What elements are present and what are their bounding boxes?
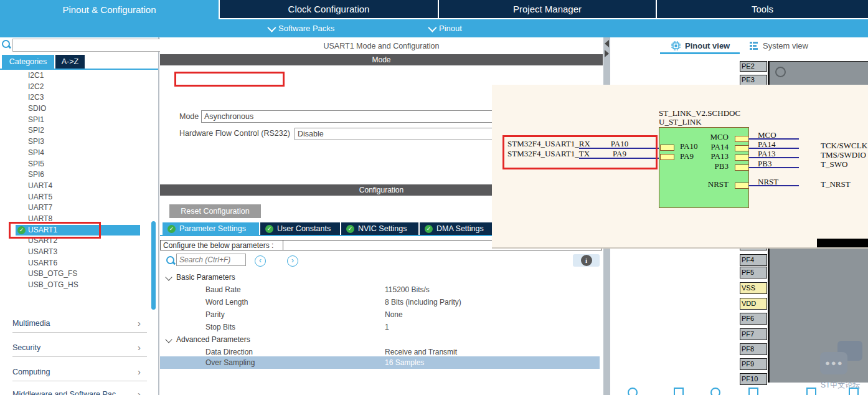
- list-item[interactable]: USART3: [0, 247, 158, 258]
- category-label: Multimedia: [12, 319, 50, 328]
- pin-pf4[interactable]: PF4: [740, 254, 767, 266]
- list-item[interactable]: USART2: [0, 236, 158, 247]
- param-label: Word Length: [205, 296, 248, 308]
- system-view-icon: [749, 41, 758, 50]
- list-item[interactable]: I2C2: [0, 82, 158, 93]
- sidebar-scrollbar[interactable]: [151, 221, 156, 310]
- param-label: Baud Rate: [205, 283, 241, 296]
- collapse-right-icon[interactable]: [605, 50, 609, 57]
- active-tab-underline: [660, 52, 740, 54]
- list-item[interactable]: SPI2: [0, 125, 158, 136]
- chevron-right-icon: ›: [138, 342, 141, 353]
- tab-pinout-configuration[interactable]: Pinout & Configuration: [0, 0, 219, 19]
- tab-dma-settings[interactable]: ✓ DMA Settings: [420, 222, 502, 235]
- pin-pf8[interactable]: PF8: [740, 343, 767, 355]
- pin-vss[interactable]: VSS: [740, 282, 767, 294]
- list-item[interactable]: UART5: [0, 192, 158, 203]
- list-item[interactable]: SPI5: [0, 159, 158, 170]
- info-button[interactable]: i: [573, 254, 600, 267]
- list-item[interactable]: I2C3: [0, 92, 158, 103]
- parameter-row-baud-rate[interactable]: Baud Rate 115200 Bits/s: [160, 283, 600, 296]
- sub-nav: Software Packs Pinout: [0, 19, 868, 37]
- pin-pe2[interactable]: PE2: [740, 61, 767, 72]
- list-item-usart1-selected[interactable]: ✓ USART1: [16, 225, 140, 236]
- chip-pin: [735, 145, 749, 151]
- parameter-row-word-length[interactable]: Word Length 8 Bits (including Parity): [160, 296, 600, 308]
- list-item[interactable]: UART8: [0, 214, 158, 225]
- parameter-group-basic[interactable]: Basic Parameters: [160, 271, 600, 283]
- pin-pf9[interactable]: PF9: [740, 358, 767, 370]
- mode-dropdown-value: Asynchronous: [204, 112, 253, 121]
- tab-user-constants[interactable]: ✓ User Constants: [260, 222, 340, 235]
- param-value[interactable]: 8 Bits (including Parity): [385, 296, 461, 308]
- list-item[interactable]: UART4: [0, 181, 158, 192]
- tab-label: Tools: [752, 4, 773, 14]
- stm32cubemx-window: Pinout & Configuration Clock Configurati…: [0, 0, 868, 395]
- tab-categories[interactable]: Categories: [2, 55, 54, 69]
- list-item[interactable]: USB_OTG_HS: [0, 280, 158, 291]
- parameter-group-advanced[interactable]: Advanced Parameters: [160, 333, 600, 346]
- next-match-button[interactable]: ›: [287, 255, 298, 267]
- chip-pin: [735, 155, 749, 161]
- pin-vdd[interactable]: VDD: [740, 298, 767, 310]
- software-packs-menu[interactable]: Software Packs: [268, 19, 334, 37]
- tab-label: Clock Configuration: [288, 4, 370, 14]
- param-value[interactable]: 1: [385, 321, 389, 333]
- chip-pin-label-mco: MCO: [691, 132, 729, 142]
- black-bar: [817, 239, 868, 247]
- list-item[interactable]: I2C1: [0, 70, 158, 82]
- list-item[interactable]: SPI3: [0, 136, 158, 148]
- list-item[interactable]: USB_OTG_FS: [0, 269, 158, 280]
- sidebar-search-input[interactable]: [12, 39, 164, 52]
- parameter-row-parity[interactable]: Parity None: [160, 308, 600, 321]
- sidebar-item-multimedia[interactable]: Multimedia ›: [12, 319, 147, 329]
- reset-configuration-button[interactable]: Reset Configuration: [169, 204, 261, 218]
- tab-a-to-z[interactable]: A->Z: [55, 55, 85, 69]
- list-item[interactable]: UART7: [0, 202, 158, 214]
- page-toolbar-icon[interactable]: [748, 388, 758, 395]
- pin-pe3[interactable]: PE3: [740, 75, 767, 85]
- rotate-toolbar-icon[interactable]: [806, 388, 816, 395]
- param-value[interactable]: 16 Samples: [385, 356, 424, 369]
- chevron-right-icon: ›: [138, 366, 141, 377]
- parameter-row-stop-bits[interactable]: Stop Bits 1: [160, 321, 600, 333]
- sidebar-item-middleware[interactable]: Middleware and Software Pac ›: [12, 390, 147, 395]
- tab-system-view[interactable]: System view: [749, 41, 808, 50]
- pin-pf6[interactable]: PF6: [740, 313, 767, 325]
- fit-view-toolbar-icon[interactable]: [674, 388, 684, 395]
- tab-project-manager[interactable]: Project Manager: [438, 0, 656, 19]
- tab-pinout-view[interactable]: Pinout view: [671, 41, 730, 50]
- tab-label: Pinout & Configuration: [62, 4, 156, 15]
- wire: [748, 167, 799, 168]
- check-icon: ✓: [265, 225, 273, 233]
- parameter-search-input[interactable]: [176, 254, 246, 266]
- list-item[interactable]: SPI4: [0, 148, 158, 159]
- tab-parameter-settings[interactable]: ✓ Parameter Settings: [163, 222, 259, 235]
- check-icon: ✓: [17, 226, 26, 234]
- param-value[interactable]: None: [385, 308, 403, 321]
- info-icon: i: [581, 255, 592, 266]
- param-value[interactable]: 115200 Bits/s: [385, 283, 430, 296]
- grid-toolbar-icon[interactable]: [849, 388, 859, 395]
- list-item[interactable]: SPI1: [0, 115, 158, 126]
- pin1-marker-icon: [775, 67, 786, 77]
- tab-nvic-settings[interactable]: ✓ NVIC Settings: [341, 222, 418, 235]
- parameter-row-over-sampling[interactable]: Over Sampling 16 Samples: [160, 356, 600, 369]
- list-item[interactable]: SDIO: [0, 103, 158, 115]
- sidebar-item-computing[interactable]: Computing ›: [12, 368, 147, 378]
- zoom-out-toolbar-icon[interactable]: [710, 388, 720, 395]
- list-item[interactable]: USART6: [0, 258, 158, 269]
- hardware-flow-control-label: Hardware Flow Control (RS232): [179, 129, 290, 138]
- pin-pf10[interactable]: PF10: [740, 373, 767, 385]
- list-item[interactable]: SPI6: [0, 169, 158, 181]
- tab-tools[interactable]: Tools: [656, 0, 868, 19]
- tab-clock-configuration[interactable]: Clock Configuration: [219, 0, 438, 19]
- pinout-menu[interactable]: Pinout: [428, 19, 462, 37]
- pin-pf5[interactable]: PF5: [740, 267, 767, 278]
- collapse-left-icon[interactable]: [605, 40, 609, 47]
- zoom-toolbar-icon[interactable]: [628, 388, 638, 395]
- signal-label-tswo: T_SWO: [821, 159, 847, 169]
- sidebar-item-security[interactable]: Security ›: [12, 343, 147, 353]
- previous-match-button[interactable]: ‹: [255, 255, 266, 267]
- pin-pf7[interactable]: PF7: [740, 328, 767, 340]
